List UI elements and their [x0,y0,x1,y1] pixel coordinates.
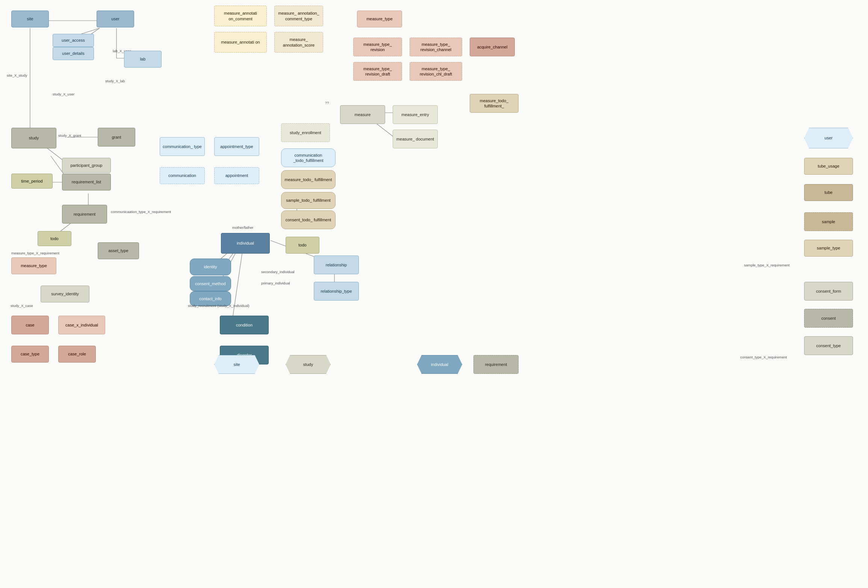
node-appointment-type: appointment_type [214,137,259,156]
node-measure-type-revision-draft: measure_type_ revision_draft [353,62,402,81]
node-appointment: appointment [214,167,259,184]
node-user-details: user_details [53,47,94,60]
node-todo-center: todo [286,237,319,254]
node-user-access: user_access [53,34,94,47]
node-measure-type-top: measure_type [357,11,402,27]
label-measure-type-x-requirement: measure_type_X_requirement [11,251,59,255]
node-asset-type: asset_type [98,242,139,259]
node-case-type: case_type [11,346,49,363]
label-consent-type-x-requirement: consent_type_X_requirement [740,355,787,359]
node-acquire-channel: acquire_channel [470,38,515,56]
node-relationship-type: relationship_type [314,282,359,301]
label-study-x-case: study_X_case [11,304,33,308]
node-individual: individual [221,233,270,254]
node-time-period: time_period [11,174,53,189]
node-measure-type-revision-chl-draft: measure_type_ revision_chl_draft [410,62,462,81]
node-grant: grant [98,128,135,147]
node-measure-document: measure_ document [393,130,438,148]
label-question-marks: ?? [325,101,329,105]
label-communication-type-x-requirement: communicaation_type_X_requirement [111,210,171,214]
node-sample-todo-fulfillment: sample_todo_ fulfillment [281,192,336,209]
node-survey-identity: survey_identity [41,286,89,302]
node-individual-legend: individual [417,355,462,374]
node-sample: sample [804,212,853,231]
node-tube: tube [804,184,853,201]
node-communication-todo-fulfillment: communication _todo_fulfillment [281,148,336,167]
node-case: case [11,316,49,334]
node-measure-type-revision-channel: measure_type_ revision_channel [410,38,462,56]
label-mother-father: mother/father [232,225,254,230]
node-participant-group: participant_group [62,158,111,173]
node-measure-annotation-comment-type: measure_ annotation_ comment_type [274,6,323,26]
node-user-top: user [97,11,134,27]
node-measure-annotation: measure_annotati on [214,32,267,53]
node-contact-info: contact_info [190,291,231,306]
node-communication-type: communication_ type [160,137,205,156]
node-identity: identity [190,258,231,275]
node-user-right: user [804,128,853,148]
label-secondary-individual: secondary_individual [261,270,295,274]
label-primary-individual: primary_individual [261,281,290,285]
node-requirement: requirement [62,205,107,224]
label-study-x-lab: study_X_lab [105,79,125,83]
node-measure-entry: measure_entry [393,105,438,124]
node-study: study [11,128,56,148]
node-measure-annotation-comment: measure_annotati on_comment [214,6,267,26]
node-lab: lab [124,51,162,68]
node-consent-form: consent_form [804,282,853,301]
node-condition: condition [220,316,269,334]
node-measure-todo-fulfillment-top: measure_todo_ fulfillment_ [470,94,519,113]
label-sample-type-x-requirement: sample_type_X_requirement [744,263,789,267]
node-site-legend: site [214,355,259,374]
node-consent-todo-fulfillment: consent_todo_ fulfillment [281,210,336,229]
svg-line-16 [233,252,242,316]
node-measure-todo-fulfillment-center: measure_todo_ fulfillment [281,170,336,189]
node-study-enrollment: study_enrollment [281,123,330,142]
node-site: site [11,11,49,27]
node-case-role: case_role [58,346,96,363]
node-todo-left: todo [38,231,71,246]
node-consent-type: consent_type [804,336,853,355]
node-measure-type-revision: measure_type_ revision [353,38,402,56]
node-case-x-individual: case_x_individual [58,316,105,334]
node-measure-type-left: measure_type [11,257,56,274]
label-site-x-study: site_X_study [7,73,27,77]
node-measure-annotation-score: measure_ annotation_score [274,32,323,53]
node-requirement-legend: requirement [473,355,519,374]
node-study-legend: study [286,355,331,374]
node-relationship: relationship [314,255,359,274]
label-study-x-grant: study_X_grant [58,133,81,138]
node-consent-method: consent_method [190,276,231,291]
label-study-x-user: study_X_user [53,92,74,96]
node-consent: consent [804,309,853,328]
node-communication: communication [160,167,205,184]
node-tube-usage: tube_usage [804,158,853,175]
node-sample-type: sample_type [804,240,853,257]
node-measure: measure [340,105,385,124]
node-requirement-list: requirement_list [62,174,111,190]
